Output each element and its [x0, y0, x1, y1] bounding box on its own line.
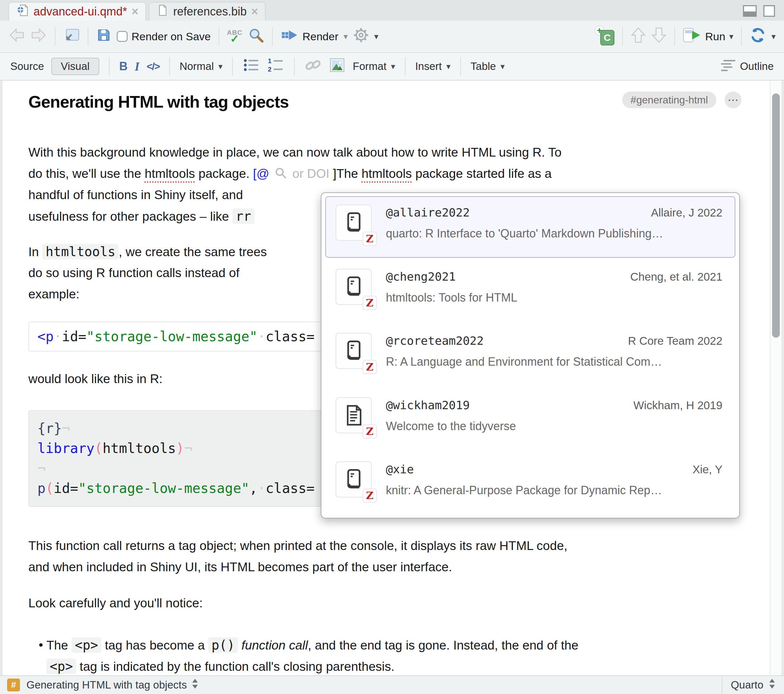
- tab-filename: advanced-ui.qmd*: [33, 5, 127, 18]
- zotero-icon: Z: [363, 488, 377, 503]
- run-label: Run: [705, 30, 725, 43]
- zotero-icon: Z: [363, 360, 377, 374]
- citation-item-wickham2019[interactable]: Z @wickham2019Wickham, H 2019 Welcome to…: [325, 389, 735, 451]
- visual-mode-button[interactable]: Visual: [51, 58, 99, 75]
- citation-placeholder: or DOI: [292, 166, 329, 181]
- citation-title: R: A Language and Environment for Statis…: [386, 355, 722, 368]
- citation-author: Cheng, et al. 2021: [630, 270, 722, 283]
- open-in-new-window-icon[interactable]: [63, 27, 80, 45]
- render-icon: [280, 28, 298, 45]
- format-caret-icon: ▾: [391, 61, 395, 72]
- outline-icon: [720, 58, 735, 75]
- go-to-previous-chunk-icon[interactable]: [631, 27, 646, 46]
- paragraph-style-dropdown[interactable]: Normal ▾: [180, 60, 222, 72]
- bulleted-list-icon[interactable]: [242, 58, 260, 76]
- inline-code: rr: [232, 209, 254, 224]
- svg-text:1: 1: [268, 58, 272, 64]
- render-on-save-toggle[interactable]: Render on Save: [117, 30, 211, 43]
- scrollbar-thumb[interactable]: [772, 94, 780, 338]
- settings-caret-icon[interactable]: ▾: [374, 31, 379, 41]
- italic-button[interactable]: I: [135, 59, 140, 74]
- forward-icon[interactable]: [30, 27, 47, 45]
- maximize-pane-icon[interactable]: [763, 5, 776, 18]
- run-button[interactable]: Run ▾: [683, 28, 733, 45]
- zotero-icon: Z: [363, 296, 377, 310]
- citation-author: R Core Team 2022: [628, 334, 722, 347]
- spellcheck-icon[interactable]: ABC ✓: [227, 29, 243, 44]
- render-label: Render: [302, 30, 338, 43]
- list-item: • The <p> tag has become a p() function …: [28, 635, 781, 675]
- table-caret-icon: ▾: [500, 61, 504, 72]
- back-icon[interactable]: [8, 27, 25, 45]
- zotero-icon: Z: [363, 424, 377, 439]
- insert-menu[interactable]: Insert ▾: [415, 60, 451, 72]
- citation-autocomplete-popup: Z @allaire2022Allaire, J 2022 quarto: R …: [321, 192, 740, 518]
- editor-toolbar: Render on Save ABC ✓ Render ▾ ▾ + C: [0, 21, 784, 53]
- render-options-caret-icon[interactable]: ▾: [344, 31, 348, 41]
- find-replace-icon[interactable]: [247, 27, 264, 46]
- article-icon: Z: [336, 397, 372, 433]
- citation-key: @cheng2021: [386, 270, 456, 283]
- numbered-list-icon[interactable]: 12: [267, 58, 284, 76]
- tab-filename: references.bib: [173, 5, 247, 18]
- bold-button[interactable]: B: [119, 59, 128, 73]
- vertical-scrollbar[interactable]: [770, 81, 781, 675]
- citation-key: @wickham2019: [386, 398, 470, 412]
- heading-anchor-badge: #generating-html: [622, 92, 716, 108]
- insert-chunk-icon[interactable]: + C: [596, 27, 614, 45]
- book-icon: Z: [336, 333, 372, 369]
- citation-key: @xie: [386, 463, 414, 476]
- citation-title: htmltools: Tools for HTML: [386, 291, 722, 304]
- format-menu[interactable]: Format ▾: [352, 60, 395, 72]
- citation-end-token: ]: [333, 166, 336, 181]
- style-caret-icon: ▾: [218, 61, 222, 72]
- section-updown-icon[interactable]: [191, 678, 199, 692]
- code-button[interactable]: </>: [147, 61, 160, 72]
- run-caret-icon: ▾: [729, 31, 733, 41]
- render-button[interactable]: Render: [280, 28, 338, 45]
- settings-gear-icon[interactable]: [353, 27, 369, 46]
- misspelled-word: htmltools: [362, 166, 412, 181]
- table-menu[interactable]: Table ▾: [471, 60, 505, 72]
- citation-item-cheng2021[interactable]: Z @cheng2021Cheng, et al. 2021 htmltools…: [325, 260, 735, 322]
- book-icon: Z: [336, 269, 372, 305]
- source-refresh-icon[interactable]: [749, 27, 766, 46]
- book-icon: Z: [336, 461, 372, 497]
- citation-item-xie[interactable]: Z @xieXie, Y knitr: A General-Purpose Pa…: [325, 453, 735, 515]
- citation-search-icon: [274, 165, 288, 186]
- heading-more-icon[interactable]: ⋯: [725, 92, 741, 108]
- citation-key: @rcoreteam2022: [386, 334, 484, 347]
- close-icon[interactable]: ×: [251, 5, 258, 18]
- citation-key: @allaire2022: [386, 206, 470, 219]
- save-icon[interactable]: [96, 27, 112, 45]
- section-navigator[interactable]: Generating HTML with tag objects: [26, 679, 187, 691]
- svg-text:2: 2: [268, 66, 272, 73]
- visual-editor-toolbar: Source Visual B I </> Normal ▾ 12 Format…: [0, 53, 784, 81]
- insert-caret-icon: ▾: [446, 61, 450, 72]
- section-hash-icon: #: [7, 679, 20, 691]
- book-icon: Z: [336, 205, 372, 241]
- citation-item-allaire2022[interactable]: Z @allaire2022Allaire, J 2022 quarto: R …: [325, 196, 735, 258]
- tab-references-bib[interactable]: references.bib ×: [148, 2, 266, 21]
- refresh-caret-icon[interactable]: ▾: [771, 31, 776, 41]
- source-mode-button[interactable]: Source: [10, 60, 44, 72]
- editor-canvas[interactable]: Generating HTML with tag objects #genera…: [3, 81, 781, 675]
- citation-author: Allaire, J 2022: [651, 206, 722, 219]
- go-to-next-chunk-icon[interactable]: [651, 27, 667, 46]
- text-document-icon: [156, 4, 169, 19]
- citation-start-token: [@: [253, 166, 269, 181]
- citation-item-rcoreteam2022[interactable]: Z @rcoreteam2022R Core Team 2022 R: A La…: [325, 324, 735, 386]
- document-mode-selector[interactable]: Quarto: [722, 676, 784, 694]
- zotero-icon: Z: [363, 232, 377, 246]
- citation-author: Wickham, H 2019: [634, 399, 722, 412]
- tab-advanced-ui-qmd[interactable]: advanced-ui.qmd* ×: [8, 2, 146, 21]
- image-icon[interactable]: [329, 57, 346, 76]
- inline-code: p(): [208, 637, 238, 653]
- close-icon[interactable]: ×: [132, 5, 138, 18]
- link-icon[interactable]: [304, 57, 322, 76]
- quarto-document-icon: [16, 4, 29, 20]
- outline-toggle[interactable]: Outline: [720, 58, 774, 75]
- citation-title: knitr: A General-Purpose Package for Dyn…: [386, 483, 722, 497]
- minimize-pane-icon[interactable]: [743, 5, 757, 18]
- render-on-save-checkbox[interactable]: [117, 31, 128, 42]
